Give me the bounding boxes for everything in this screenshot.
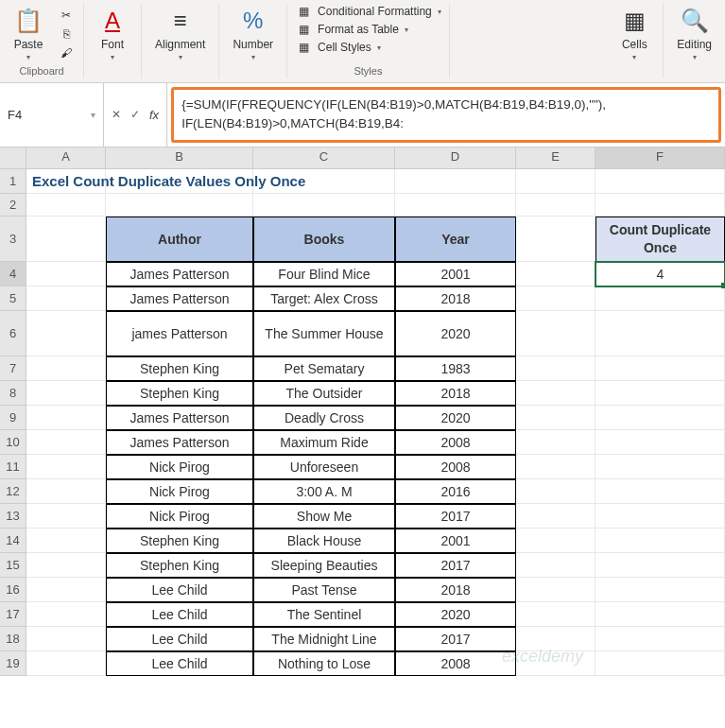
row-header[interactable]: 6 bbox=[0, 311, 26, 356]
row-header[interactable]: 16 bbox=[0, 578, 26, 602]
grid-cell[interactable] bbox=[26, 356, 106, 381]
grid-cell[interactable] bbox=[26, 627, 106, 651]
year-cell[interactable]: 2008 bbox=[395, 455, 516, 479]
year-cell[interactable]: 2020 bbox=[395, 602, 516, 627]
author-cell[interactable]: James Patterson bbox=[106, 430, 253, 455]
grid-cell[interactable] bbox=[596, 194, 725, 217]
grid-cell[interactable] bbox=[596, 504, 725, 529]
grid-cell[interactable] bbox=[395, 169, 516, 194]
grid-cell[interactable] bbox=[596, 627, 725, 651]
alignment-button[interactable]: ≡ Alignment ▾ bbox=[149, 4, 211, 63]
row-header[interactable]: 2 bbox=[0, 194, 26, 217]
name-box[interactable]: F4 ▾ bbox=[0, 83, 104, 147]
grid-cell[interactable] bbox=[395, 194, 516, 217]
grid-cell[interactable] bbox=[596, 578, 725, 602]
grid-cell[interactable] bbox=[516, 262, 596, 286]
row-header[interactable]: 11 bbox=[0, 455, 26, 479]
grid-cell[interactable] bbox=[596, 406, 725, 430]
author-cell[interactable]: james Patterson bbox=[106, 311, 253, 356]
book-cell[interactable]: The Summer House bbox=[253, 311, 395, 356]
book-cell[interactable]: The Outsider bbox=[253, 381, 395, 406]
grid-cell[interactable] bbox=[516, 356, 596, 381]
grid-cell[interactable] bbox=[26, 430, 106, 455]
book-cell[interactable]: Sleeping Beauties bbox=[253, 553, 395, 578]
col-header-C[interactable]: C bbox=[253, 147, 395, 168]
book-cell[interactable]: Deadly Cross bbox=[253, 406, 395, 430]
author-cell[interactable]: Stephen King bbox=[106, 356, 253, 381]
book-cell[interactable]: Past Tense bbox=[253, 578, 395, 602]
row-header[interactable]: 14 bbox=[0, 529, 26, 553]
paste-button[interactable]: 📋 Paste ▾ bbox=[8, 4, 49, 63]
count-header[interactable]: Count Duplicate Once bbox=[596, 217, 725, 262]
col-header-F[interactable]: F bbox=[596, 147, 725, 168]
row-header[interactable]: 4 bbox=[0, 262, 26, 286]
author-cell[interactable]: Nick Pirog bbox=[106, 479, 253, 504]
row-header[interactable]: 13 bbox=[0, 504, 26, 529]
author-cell[interactable]: Nick Pirog bbox=[106, 504, 253, 529]
col-header-B[interactable]: B bbox=[106, 147, 253, 168]
grid-cell[interactable] bbox=[26, 529, 106, 553]
cancel-formula-icon[interactable]: ✕ bbox=[112, 108, 121, 121]
grid-cell[interactable] bbox=[596, 311, 725, 356]
book-cell[interactable]: 3:00 A. M bbox=[253, 479, 395, 504]
book-cell[interactable]: Unforeseen bbox=[253, 455, 395, 479]
grid-cell[interactable] bbox=[516, 169, 596, 194]
grid-cell[interactable] bbox=[26, 406, 106, 430]
grid-cell[interactable] bbox=[516, 504, 596, 529]
formula-input[interactable]: {=SUM(IF(FREQUENCY(IF(LEN(B4:B19)>0,MATC… bbox=[171, 87, 721, 143]
cut-button[interactable]: ✂ bbox=[57, 7, 76, 24]
year-cell[interactable]: 2017 bbox=[395, 504, 516, 529]
grid-cell[interactable] bbox=[516, 651, 596, 676]
author-cell[interactable]: James Patterson bbox=[106, 262, 253, 286]
grid-cell[interactable] bbox=[106, 194, 253, 217]
col-header-D[interactable]: D bbox=[395, 147, 516, 168]
row-header[interactable]: 1 bbox=[0, 169, 26, 194]
year-cell[interactable]: 2008 bbox=[395, 430, 516, 455]
book-cell[interactable]: Maximum Ride bbox=[253, 430, 395, 455]
grid-cell[interactable] bbox=[516, 194, 596, 217]
book-cell[interactable]: Pet Sematary bbox=[253, 356, 395, 381]
grid-cell[interactable] bbox=[516, 578, 596, 602]
grid-cell[interactable] bbox=[596, 356, 725, 381]
count-value-cell[interactable]: 4 bbox=[596, 262, 725, 286]
grid-cell[interactable] bbox=[26, 286, 106, 311]
grid-cell[interactable] bbox=[516, 217, 596, 262]
grid-cell[interactable] bbox=[26, 217, 106, 262]
grid-cell[interactable] bbox=[596, 479, 725, 504]
year-cell[interactable]: 2018 bbox=[395, 381, 516, 406]
grid-cell[interactable] bbox=[516, 381, 596, 406]
grid-cell[interactable] bbox=[26, 262, 106, 286]
grid-cell[interactable] bbox=[596, 169, 725, 194]
fx-button[interactable]: fx bbox=[149, 108, 159, 122]
row-header[interactable]: 10 bbox=[0, 430, 26, 455]
year-header[interactable]: Year bbox=[395, 217, 516, 262]
author-cell[interactable]: Stephen King bbox=[106, 553, 253, 578]
grid-cell[interactable] bbox=[516, 553, 596, 578]
author-cell[interactable]: Lee Child bbox=[106, 627, 253, 651]
conditional-formatting-button[interactable]: ▦ Conditional Formatting ▾ bbox=[295, 4, 441, 19]
author-cell[interactable]: Nick Pirog bbox=[106, 455, 253, 479]
author-cell[interactable]: Stephen King bbox=[106, 529, 253, 553]
year-cell[interactable]: 2018 bbox=[395, 578, 516, 602]
grid-cell[interactable] bbox=[596, 430, 725, 455]
book-cell[interactable]: Four Blind Mice bbox=[253, 262, 395, 286]
author-cell[interactable]: Lee Child bbox=[106, 578, 253, 602]
grid-cell[interactable] bbox=[516, 479, 596, 504]
row-header[interactable]: 9 bbox=[0, 406, 26, 430]
grid-cell[interactable] bbox=[596, 381, 725, 406]
grid-cell[interactable] bbox=[516, 311, 596, 356]
grid-cell[interactable] bbox=[26, 553, 106, 578]
book-cell[interactable]: Nothing to Lose bbox=[253, 651, 395, 676]
row-header[interactable]: 18 bbox=[0, 627, 26, 651]
number-button[interactable]: % Number ▾ bbox=[227, 4, 279, 63]
grid-cell[interactable] bbox=[516, 602, 596, 627]
grid-cell[interactable] bbox=[516, 430, 596, 455]
author-cell[interactable]: James Patterson bbox=[106, 286, 253, 311]
grid-cell[interactable] bbox=[516, 627, 596, 651]
author-cell[interactable]: Lee Child bbox=[106, 651, 253, 676]
year-cell[interactable]: 2001 bbox=[395, 262, 516, 286]
grid-cell[interactable] bbox=[596, 651, 725, 676]
grid-cell[interactable] bbox=[596, 286, 725, 311]
col-header-E[interactable]: E bbox=[516, 147, 596, 168]
grid-cell[interactable] bbox=[516, 455, 596, 479]
